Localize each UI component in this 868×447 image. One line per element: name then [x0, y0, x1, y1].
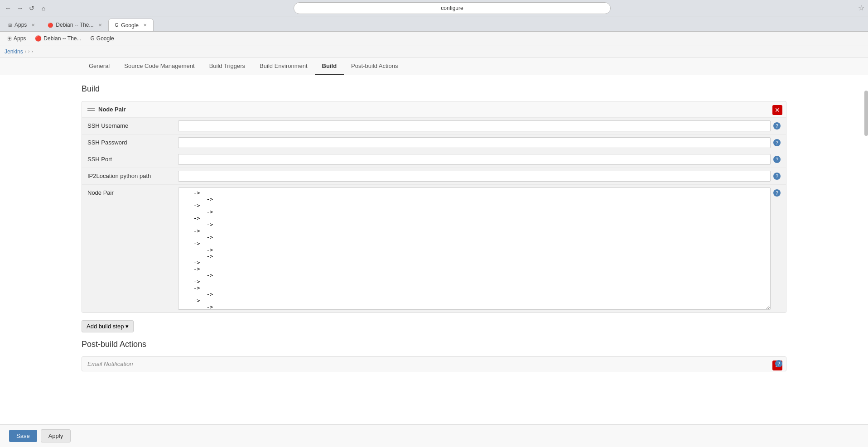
browser-bar: ← → ↺ ⌂ configure ☆: [0, 0, 868, 16]
bookmark-debian-label: Debian -- The...: [43, 35, 81, 42]
home-button[interactable]: ⌂: [39, 4, 48, 13]
drag-line-2: [87, 110, 95, 111]
address-bar[interactable]: configure: [294, 2, 611, 14]
bottom-action-bar: Save Apply: [0, 424, 868, 446]
tab-debian[interactable]: 🔴 Debian -- The... ✕: [41, 19, 108, 31]
tab-build-environment[interactable]: Build Environment: [252, 58, 315, 75]
tab-debian-label: Debian -- The...: [56, 22, 93, 28]
ssh-username-input[interactable]: [178, 120, 771, 131]
breadcrumb-chevron-1: ›: [25, 49, 26, 54]
node-pair-control: ?: [178, 187, 781, 310]
form-row-ip2location: IP2Location python path ?: [82, 168, 786, 184]
content-area: Build Node Pair ✕ SSH Username ?: [0, 75, 868, 417]
tab-google-label: Google: [121, 22, 139, 29]
bookmark-apps[interactable]: ⊞ Apps: [4, 34, 29, 43]
ip2location-help-icon[interactable]: ?: [773, 173, 781, 180]
bookmark-star-icon[interactable]: ☆: [858, 4, 864, 12]
ssh-password-input[interactable]: [178, 137, 771, 148]
ssh-username-label: SSH Username: [87, 120, 178, 129]
apply-button[interactable]: Apply: [41, 429, 71, 442]
forward-button[interactable]: →: [15, 4, 24, 13]
bookmark-debian-icon: 🔴: [35, 35, 42, 42]
tab-google-close[interactable]: ✕: [143, 23, 147, 28]
bookmark-debian[interactable]: 🔴 Debian -- The...: [31, 34, 85, 43]
bookmark-google[interactable]: G Google: [87, 34, 118, 43]
bookmark-google-label: Google: [96, 35, 114, 42]
add-build-step-chevron-icon: ▾: [125, 323, 129, 330]
form-row-ssh-username: SSH Username ?: [82, 117, 786, 134]
email-notification-label: Email Notification: [87, 360, 133, 367]
ip2location-control: ?: [178, 171, 781, 182]
tab-debian-favicon: 🔴: [48, 23, 53, 28]
email-block-help-icon[interactable]: ?: [775, 360, 782, 367]
tab-source-code[interactable]: Source Code Management: [117, 58, 202, 75]
ssh-username-help-icon[interactable]: ?: [773, 122, 781, 130]
ssh-password-help-icon[interactable]: ?: [773, 139, 781, 146]
node-pair-textarea[interactable]: [178, 187, 771, 310]
drag-line-1: [87, 108, 95, 109]
node-pair-label: Node Pair: [87, 187, 178, 196]
tab-google-favicon: G: [115, 23, 119, 28]
breadcrumb: Jenkins › › ›: [0, 45, 868, 58]
tab-apps-label: Apps: [14, 22, 27, 28]
form-row-ssh-port: SSH Port ?: [82, 151, 786, 168]
breadcrumb-chevron-2: ›: [28, 49, 29, 54]
bookmark-apps-icon: ⊞: [7, 35, 12, 42]
email-block-header: Email Notification: [82, 357, 786, 371]
drag-handle[interactable]: [87, 108, 95, 111]
ssh-password-label: SSH Password: [87, 137, 178, 146]
address-text: configure: [441, 5, 463, 11]
tab-post-build[interactable]: Post-build Actions: [344, 58, 405, 75]
ip2location-input[interactable]: [178, 171, 771, 182]
build-section-title: Build: [82, 84, 786, 94]
tabs-bar: ⊞ Apps ✕ 🔴 Debian -- The... ✕ G Google ✕: [0, 16, 868, 32]
ssh-port-control: ?: [178, 154, 781, 165]
tab-build-triggers[interactable]: Build Triggers: [202, 58, 252, 75]
config-tabs: General Source Code Management Build Tri…: [0, 58, 868, 75]
ssh-port-help-icon[interactable]: ?: [773, 156, 781, 163]
ssh-password-control: ?: [178, 137, 781, 148]
add-build-step-label: Add build step: [87, 323, 124, 330]
form-row-ssh-password: SSH Password ?: [82, 134, 786, 151]
ip2location-label: IP2Location python path: [87, 171, 178, 179]
back-button[interactable]: ←: [4, 4, 13, 13]
tab-debian-close[interactable]: ✕: [98, 23, 102, 28]
form-row-node-pair: Node Pair ?: [82, 184, 786, 312]
post-build-title: Post-build Actions: [82, 340, 786, 349]
breadcrumb-jenkins[interactable]: Jenkins: [5, 48, 23, 55]
post-build-section: Post-build Actions Email Notification ✕ …: [82, 340, 786, 371]
add-build-step-button[interactable]: Add build step ▾: [82, 320, 134, 332]
bookmark-google-icon: G: [91, 35, 95, 42]
reload-button[interactable]: ↺: [27, 4, 36, 13]
tab-apps-close[interactable]: ✕: [31, 23, 35, 28]
ssh-port-input[interactable]: [178, 154, 771, 165]
tab-apps[interactable]: ⊞ Apps ✕: [2, 19, 41, 31]
bookmark-apps-label: Apps: [14, 35, 26, 42]
block-close-button[interactable]: ✕: [772, 105, 782, 115]
block-header: Node Pair: [82, 101, 786, 117]
tab-general[interactable]: General: [82, 58, 117, 75]
block-title: Node Pair: [98, 106, 126, 113]
build-block-node-pair: Node Pair ✕ SSH Username ? SSH Password …: [82, 101, 786, 313]
tab-google[interactable]: G Google ✕: [108, 19, 154, 31]
node-pair-help-icon[interactable]: ?: [773, 189, 781, 197]
ssh-username-control: ?: [178, 120, 781, 131]
save-button[interactable]: Save: [9, 430, 37, 442]
email-block: Email Notification ✕ ?: [82, 356, 786, 371]
scrollbar[interactable]: [864, 91, 868, 136]
tab-apps-favicon: ⊞: [8, 23, 12, 28]
bookmarks-bar: ⊞ Apps 🔴 Debian -- The... G Google: [0, 32, 868, 45]
breadcrumb-chevron-3: ›: [31, 49, 33, 54]
main-content: General Source Code Management Build Tri…: [0, 58, 868, 446]
ssh-port-label: SSH Port: [87, 154, 178, 163]
tab-build[interactable]: Build: [315, 58, 344, 75]
